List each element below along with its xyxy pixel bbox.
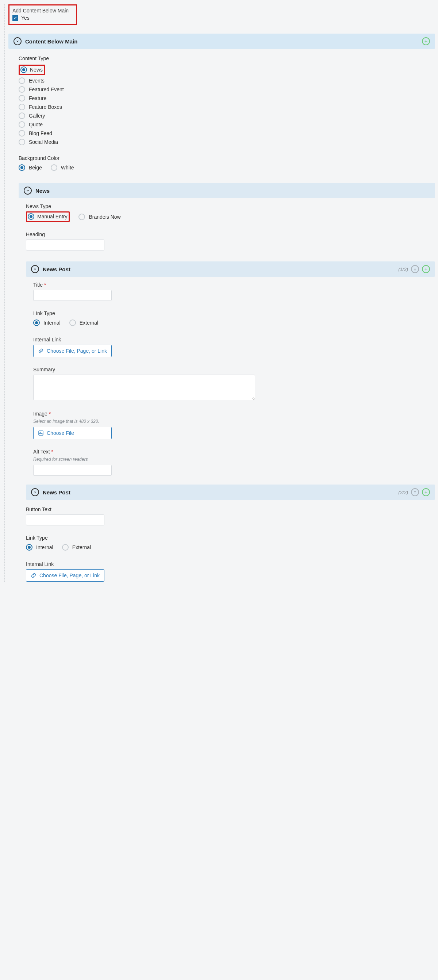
content-type-radio-quote[interactable] [19, 121, 25, 128]
link-type-radio-internal[interactable] [33, 320, 40, 326]
content-type-radio-news[interactable] [21, 67, 27, 73]
chevron-down-icon [26, 189, 30, 192]
required-asterisk: * [51, 449, 53, 455]
chevron-down-icon [33, 267, 37, 271]
news-post-2-counter: (2/2) [398, 490, 408, 495]
add-content-checkbox-label: Yes [21, 15, 30, 21]
add-post-button[interactable] [422, 265, 430, 273]
news-post-2-title: News Post [43, 489, 395, 495]
chevron-right-icon [33, 490, 37, 494]
check-icon [13, 16, 17, 20]
alt-text-input[interactable] [33, 465, 112, 476]
plus-icon [424, 490, 428, 495]
post-title-input[interactable] [33, 290, 112, 301]
content-type-radio-label: Social Media [29, 139, 58, 145]
background-color-label: Background Color [19, 155, 435, 161]
news-post-1-header: News Post (1/2) [26, 261, 435, 277]
bottom-link-type-radio-internal[interactable] [26, 544, 32, 550]
add-content-below-main-block: Add Content Below Main Yes [8, 5, 77, 25]
news-type-radio-label: Brandeis Now [89, 214, 121, 220]
bottom-internal-link-chooser[interactable]: Choose File, Page, or Link [26, 569, 105, 582]
alt-text-label: Alt Text [33, 449, 50, 455]
button-text-input[interactable] [26, 514, 105, 525]
heading-label: Heading [26, 231, 435, 237]
required-asterisk: * [44, 282, 46, 288]
content-type-radio-feature-boxes[interactable] [19, 104, 25, 110]
chooser-label: Choose File, Page, or Link [47, 348, 107, 354]
image-icon [38, 430, 44, 436]
image-chooser[interactable]: Choose File [33, 427, 112, 439]
arrow-down-icon [413, 267, 417, 271]
news-post-2-expand[interactable] [31, 488, 39, 496]
collapse-toggle[interactable] [14, 37, 22, 45]
link-icon [38, 348, 44, 354]
move-up-button[interactable] [411, 488, 419, 496]
add-content-checkbox[interactable] [13, 15, 18, 21]
svg-point-1 [40, 432, 41, 433]
bottom-link-type-label: Link Type [26, 535, 435, 541]
news-type-radio-label: Manual Entry [37, 213, 67, 220]
content-type-radio-label: Featured Event [29, 86, 64, 92]
bg-radio-beige[interactable] [19, 164, 25, 171]
bg-radio-label: White [61, 165, 74, 170]
content-type-radio-featured-event[interactable] [19, 86, 25, 93]
internal-link-chooser[interactable]: Choose File, Page, or Link [33, 345, 112, 357]
news-post-1-counter: (1/2) [398, 267, 408, 272]
chevron-down-icon [16, 40, 19, 43]
add-content-label: Add Content Below Main [13, 8, 72, 14]
news-post-1-title: News Post [43, 266, 395, 272]
news-header: News [19, 183, 435, 198]
move-down-button[interactable] [411, 265, 419, 273]
content-type-radio-feature[interactable] [19, 95, 25, 102]
arrow-up-icon [413, 490, 417, 495]
alt-text-hint: Required for screen readers [33, 457, 435, 462]
news-type-radio-brandeis[interactable] [78, 213, 85, 220]
bottom-link-type-radio-external[interactable] [62, 544, 68, 550]
chooser-label: Choose File, Page, or Link [40, 573, 100, 578]
content-type-label: Content Type [19, 56, 435, 61]
plus-icon [424, 267, 428, 271]
content-type-news-highlight: News [19, 65, 45, 75]
content-type-radio-label: Quote [29, 122, 43, 127]
add-post-button[interactable] [422, 488, 430, 496]
content-below-main-title: Content Below Main [25, 38, 418, 45]
button-text-label: Button Text [26, 506, 435, 512]
news-post-2-header: News Post (2/2) [26, 485, 435, 500]
bg-radio-label: Beige [29, 165, 42, 170]
link-type-radio-label: Internal [43, 320, 60, 326]
content-type-radio-blog-feed[interactable] [19, 130, 25, 137]
content-type-radio-social-media[interactable] [19, 139, 25, 145]
link-type-radio-label: External [79, 320, 98, 326]
svg-rect-0 [39, 431, 43, 435]
content-type-radio-label: Feature [29, 95, 46, 101]
content-type-radio-events[interactable] [19, 77, 25, 84]
news-collapse-toggle[interactable] [24, 186, 32, 195]
heading-input[interactable] [26, 240, 105, 250]
image-label: Image [33, 411, 48, 417]
news-post-1-collapse[interactable] [31, 265, 39, 273]
link-type-label: Link Type [33, 310, 435, 316]
content-type-radio-label: Feature Boxes [29, 104, 62, 110]
content-type-radio-label: Gallery [29, 113, 45, 119]
title-field-label: Title [33, 282, 43, 288]
required-asterisk: * [49, 411, 51, 417]
link-type-radio-external[interactable] [69, 320, 76, 326]
content-type-radio-label: Events [29, 78, 44, 84]
news-type-radio-manual[interactable] [28, 213, 34, 220]
bg-radio-white[interactable] [51, 164, 57, 171]
link-icon [31, 573, 36, 578]
summary-textarea[interactable] [33, 375, 255, 400]
bottom-link-type-radio-label: Internal [36, 544, 53, 550]
content-type-radio-label: News [30, 67, 43, 73]
news-type-label: News Type [26, 204, 435, 209]
bottom-internal-link-label: Internal Link [26, 561, 435, 567]
plus-icon [424, 39, 428, 43]
chooser-label: Choose File [47, 430, 74, 436]
bottom-link-type-radio-label: External [72, 544, 91, 550]
summary-label: Summary [33, 367, 435, 372]
news-title: News [35, 188, 430, 194]
content-type-radio-gallery[interactable] [19, 113, 25, 119]
add-button[interactable] [422, 37, 430, 45]
content-below-main-header: Content Below Main [8, 33, 435, 49]
news-type-manual-highlight: Manual Entry [26, 212, 70, 222]
